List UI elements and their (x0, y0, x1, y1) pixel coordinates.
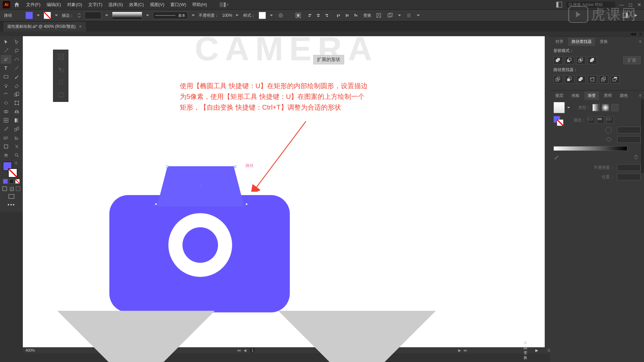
eyedropper-grad-icon[interactable] (553, 155, 559, 161)
sel-handle-br[interactable] (246, 203, 248, 205)
brush-dropdown[interactable] (191, 13, 195, 17)
tab-close-icon[interactable]: × (79, 24, 82, 29)
draw-normal-icon[interactable] (2, 186, 7, 191)
align-hcenter-icon[interactable] (314, 11, 322, 19)
brush-definition[interactable]: 基本 (153, 12, 188, 19)
tab-transparency[interactable]: 透明 (600, 92, 615, 100)
radial-gradient-icon[interactable] (602, 104, 609, 111)
pen-tool[interactable] (1, 55, 11, 64)
toolbar-stroke[interactable] (8, 168, 17, 178)
gradient-preview[interactable] (553, 102, 565, 113)
stroke-grad-within-icon[interactable] (588, 116, 595, 124)
tab-align[interactable]: 对齐 (552, 38, 567, 46)
grad-preset-dropdown[interactable] (567, 106, 570, 109)
panel-collapse-icon[interactable] (632, 11, 640, 19)
help-search-input[interactable] (573, 2, 613, 7)
home-icon[interactable] (13, 1, 20, 8)
document-tab[interactable]: 面性图标绘制.ai* @ 400% (RGB/预览) × (3, 22, 86, 32)
collapsed-panel-strip[interactable] (641, 99, 644, 173)
free-transform-widget[interactable] (53, 50, 68, 102)
sel-handle-tl[interactable] (166, 166, 168, 168)
close-icon[interactable]: ✕ (637, 2, 641, 7)
merge-icon[interactable] (576, 75, 586, 83)
zoom-tool[interactable] (11, 151, 22, 160)
align-top-icon[interactable] (334, 11, 342, 19)
menu-help[interactable]: 帮助(H) (192, 2, 207, 8)
swap-fill-stroke-icon[interactable] (14, 161, 18, 165)
grad-panel-menu-icon[interactable]: ≡ (639, 93, 641, 98)
unite-icon[interactable] (553, 56, 563, 64)
tab-pathfinder[interactable]: 路径查找器 (568, 38, 595, 46)
menu-view[interactable]: 视图(V) (150, 2, 164, 8)
panel-dock-icon[interactable] (621, 11, 629, 19)
align-right-icon[interactable] (323, 11, 331, 19)
grad-position-input[interactable] (617, 174, 641, 180)
profile-dropdown[interactable] (146, 13, 150, 17)
align-vcenter-icon[interactable] (343, 11, 351, 19)
lasso-tool[interactable] (11, 46, 22, 55)
hand-tool[interactable] (1, 151, 11, 160)
artboard-dropdown[interactable] (259, 252, 455, 362)
stroke-weight-dropdown[interactable] (105, 13, 109, 17)
artboard-tool[interactable] (1, 142, 11, 151)
artboard-first-icon[interactable]: ⏮ (237, 348, 241, 352)
stroke-grad-across-icon[interactable] (606, 116, 614, 124)
graphic-style-swatch[interactable] (259, 12, 266, 19)
align-left-icon[interactable] (306, 11, 314, 19)
align-to-icon[interactable] (294, 11, 302, 19)
delete-stop-icon[interactable] (633, 154, 641, 162)
stroke-weight-input[interactable] (85, 12, 101, 19)
stroke-dropdown-icon[interactable] (54, 13, 58, 17)
workspace-switcher[interactable] (220, 2, 228, 7)
shape-builder-tool[interactable] (1, 107, 11, 116)
eyedropper-tool[interactable] (1, 125, 11, 133)
outline-icon[interactable] (599, 75, 608, 83)
width-tool[interactable] (1, 99, 11, 107)
menu-edit[interactable]: 编辑(E) (47, 2, 61, 8)
color-mode-none[interactable] (15, 179, 20, 184)
stroke-stepper[interactable] (77, 12, 81, 18)
minus-front-icon[interactable] (565, 56, 574, 64)
eraser-tool[interactable] (11, 81, 22, 90)
panel-menu-icon[interactable]: ≡ (639, 39, 641, 44)
recolor-icon[interactable] (277, 11, 285, 19)
scale-tool[interactable] (11, 90, 22, 99)
opacity-slider-icon[interactable] (236, 13, 240, 17)
direct-selection-tool[interactable] (11, 38, 22, 46)
selection-tool[interactable] (1, 38, 11, 46)
panel-collapse-left-icon[interactable]: ◀◀ (630, 32, 636, 36)
menu-select[interactable]: 选择(S) (108, 2, 123, 8)
zoom-dropdown[interactable] (38, 252, 234, 362)
style-dropdown[interactable] (269, 13, 273, 17)
rectangle-tool[interactable] (1, 72, 11, 81)
exclude-icon[interactable] (588, 56, 597, 64)
sel-center-point[interactable]: ✦ (199, 184, 202, 186)
aspect-input[interactable] (617, 136, 641, 143)
free-transform-tool[interactable] (11, 99, 22, 107)
draw-inside-icon[interactable] (16, 186, 20, 191)
tab-artboards[interactable]: 画板 (568, 92, 583, 100)
magic-wand-tool[interactable] (1, 46, 11, 55)
symbol-sprayer-tool[interactable] (1, 133, 11, 142)
status-menu-icon[interactable]: ▶ (535, 348, 538, 353)
paintbrush-tool[interactable] (11, 72, 22, 81)
ft-constrain-icon[interactable] (57, 53, 65, 61)
curvature-tool[interactable] (11, 55, 22, 64)
crop-icon[interactable] (588, 75, 597, 83)
divide-icon[interactable] (553, 75, 563, 83)
draw-behind-icon[interactable] (9, 186, 14, 191)
artboard-next-icon[interactable]: ▶ (458, 348, 461, 353)
minimize-icon[interactable]: — (619, 2, 624, 7)
color-mode-solid[interactable] (3, 179, 8, 184)
menu-object[interactable]: 对象(O) (67, 2, 82, 8)
opacity-value[interactable]: 100% (222, 13, 232, 18)
rotate-tool[interactable] (1, 90, 11, 99)
fill-stroke-control[interactable] (3, 162, 16, 176)
angle-wheel-icon[interactable] (605, 127, 612, 133)
perspective-tool[interactable] (11, 107, 22, 116)
sel-handle-bl[interactable] (155, 203, 157, 205)
align-bottom-icon[interactable] (352, 11, 360, 19)
gradient-slider[interactable] (553, 146, 627, 151)
variable-width-profile[interactable] (112, 12, 142, 19)
blend-tool[interactable] (11, 125, 22, 133)
